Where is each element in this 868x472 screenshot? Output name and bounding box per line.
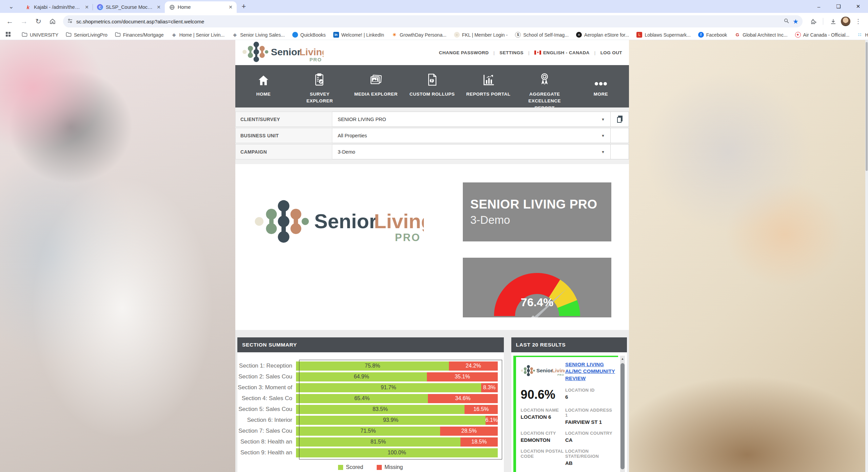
bookmark-item[interactable]: GGlobal Architect Inc... <box>732 31 790 38</box>
download-icon[interactable] <box>827 15 840 28</box>
nav-item-label: CUSTOM ROLLUPS <box>410 91 455 98</box>
bookmark-item[interactable]: LLoblaws Supermark... <box>634 31 693 38</box>
legend-item-scored: Scored <box>338 464 363 470</box>
bookmark-item[interactable]: ✦Air Canada - Official... <box>792 31 852 38</box>
nav-item-more[interactable]: MORE <box>573 65 629 107</box>
nav-item-survey-explorer[interactable]: SURVEY EXPLORER <box>292 65 348 107</box>
field-location-id: LOCATION ID 6 <box>565 388 615 402</box>
tab-close-icon[interactable]: ✕ <box>227 4 234 11</box>
bookmark-item[interactable]: ◈Senior Living Sales... <box>229 31 288 38</box>
bookmark-item[interactable]: fFacebook <box>695 31 730 38</box>
filter-dropdown[interactable]: All Properties▼ <box>332 128 611 143</box>
bar-track: 71.5%28.5% <box>296 427 498 436</box>
header-link-settings[interactable]: SETTINGS <box>499 50 524 55</box>
bookmark-item[interactable]: ≡Aeroplan eStore for... <box>573 31 632 38</box>
menu-kebab-icon[interactable]: ⋮ <box>852 15 865 28</box>
bookmark-favicon-icon: ☀ <box>392 32 397 38</box>
claude-favicon-icon: C <box>97 4 103 10</box>
header-link-log-out[interactable]: LOG OUT <box>600 50 622 55</box>
address-bar[interactable]: sc.shopmetrics.com/document.asp?alias=cl… <box>63 15 803 27</box>
page-viewport: SeniorLivingPRO CHANGE PASSWORD|SETTINGS… <box>0 40 868 472</box>
bookmark-item[interactable]: UNIVERSITY <box>19 31 61 39</box>
minimize-button[interactable]: – <box>809 0 829 13</box>
chart-bar-row: Section 1: Reception75.8%24.2% <box>237 360 504 371</box>
copy-icon[interactable] <box>611 112 629 127</box>
bookmark-favicon-icon: ◈ <box>232 32 238 38</box>
result-card[interactable]: SeniorLivingPRO SENIOR LIVING AL/MC COMM… <box>513 356 618 472</box>
nav-item-media-explorer[interactable]: MEDIA EXPLORER <box>348 65 404 107</box>
nav-item-reports-portal[interactable]: REPORTS PORTAL <box>460 65 516 107</box>
hero-subtitle: 3-Demo <box>470 214 611 227</box>
nav-item-aggregate-excellence-report[interactable]: AGGREGATE EXCELLENCE REPORT <box>516 65 573 107</box>
nav-item-custom-rollups[interactable]: CUSTOM ROLLUPS <box>404 65 460 107</box>
tab-close-icon[interactable]: ✕ <box>83 4 90 11</box>
filter-dropdown[interactable]: 3-Demo▼ <box>332 144 611 159</box>
bookmark-item[interactable]: ∷Humbertown Ortho... <box>854 31 868 38</box>
close-button[interactable]: ✕ <box>848 0 868 13</box>
tab-search-chevron-icon[interactable]: ⌄ <box>6 1 16 12</box>
scroll-up-icon[interactable]: ▲ <box>620 356 625 360</box>
bar-category-label: Section 1: Reception <box>237 362 296 369</box>
tab-close-icon[interactable]: ✕ <box>155 4 162 11</box>
score-gauge: 76.4% <box>463 258 611 317</box>
results-scrollbar[interactable]: ▲ <box>620 356 625 472</box>
filter-dropdown[interactable]: SENIOR LIVING PRO▼ <box>332 112 611 127</box>
back-icon[interactable]: ← <box>3 15 16 28</box>
browser-scrollbar[interactable] <box>865 40 868 472</box>
chevron-down-icon: ▼ <box>601 134 605 138</box>
bar-track: 81.5%18.5% <box>296 437 498 447</box>
svg-text:Living: Living <box>374 210 424 233</box>
scrollbar-thumb[interactable] <box>620 363 625 469</box>
bookmark-star-icon[interactable]: ★ <box>793 18 798 25</box>
chart-bar-row: Section 3: Moment of91.7%8.3% <box>237 382 504 393</box>
missing-bar-segment: 24.2% <box>449 361 498 371</box>
scored-bar-segment: 65.4% <box>296 394 428 403</box>
site-logo-large: SeniorLivingPRO <box>254 198 424 246</box>
home-icon <box>257 73 270 86</box>
bar-category-label: Section 7: Sales Cou <box>237 428 296 434</box>
folder-icon <box>66 32 72 38</box>
field-location-name: LOCATION NAME LOCATION 6 <box>521 408 565 425</box>
extensions-puzzle-icon[interactable] <box>807 15 820 28</box>
restore-button[interactable]: ❏ <box>829 0 848 13</box>
reload-icon[interactable]: ↻ <box>32 15 45 28</box>
missing-bar-segment: 35.1% <box>427 372 498 381</box>
new-tab-button[interactable]: + <box>239 1 249 12</box>
filter-side-cell <box>611 144 629 159</box>
browser-scrollbar-thumb[interactable] <box>866 42 868 171</box>
field-state-region: LOCATION STATE/REGION AB <box>565 449 615 466</box>
apps-grid-icon[interactable] <box>4 32 12 38</box>
filter-value: 3-Demo <box>338 149 355 155</box>
bookmark-item[interactable]: SeniorLivingPro <box>63 31 110 39</box>
bookmark-item[interactable]: inWelcome! | LinkedIn <box>331 31 387 38</box>
section-summary-panel: SECTION SUMMARY Section 1: Reception75.8… <box>237 337 504 472</box>
bookmark-item[interactable]: QuickBooks <box>290 31 329 38</box>
tune-icon[interactable] <box>67 18 73 25</box>
header-link-english-canada[interactable]: ENGLISH - CANADA <box>534 50 590 55</box>
header-link-change-password[interactable]: CHANGE PASSWORD <box>439 50 489 55</box>
forward-icon[interactable]: → <box>18 15 31 28</box>
home-icon[interactable] <box>46 15 59 28</box>
field-location-country: LOCATION COUNTRY CA <box>565 431 615 443</box>
bookmark-label: GrowthDay Persona... <box>400 32 447 38</box>
bookmark-item[interactable]: SSchool of Self-Imag... <box>512 31 571 38</box>
scored-bar-segment: 100.0% <box>296 448 498 457</box>
filter-row-business-unit: BUSINESS UNITAll Properties▼ <box>235 128 629 143</box>
nav-item-home[interactable]: HOME <box>235 65 292 107</box>
legend-label: Missing <box>384 464 403 470</box>
bookmark-item[interactable]: ○FKL | Member Login - <box>451 31 511 38</box>
bookmark-item[interactable]: ◈Home | Senior Livin... <box>169 31 228 38</box>
profile-avatar[interactable] <box>841 17 850 26</box>
bookmark-item[interactable]: ☀GrowthDay Persona... <box>389 31 449 38</box>
browser-tab[interactable]: Home✕ <box>165 1 237 13</box>
missing-bar-segment: 18.5% <box>460 437 498 447</box>
zoom-magnifier-icon[interactable] <box>784 18 789 25</box>
browser-tab[interactable]: kKajabi - /admin/themes/21603...✕ <box>21 1 93 13</box>
survey-icon <box>314 73 325 86</box>
bookmark-item[interactable]: Finances/Mortgage <box>112 31 166 39</box>
result-card-link[interactable]: SENIOR LIVING AL/MC COMMUNITY REVIEW <box>565 361 615 382</box>
filters-panel: CLIENT/SURVEYSENIOR LIVING PRO▼BUSINESS … <box>235 107 629 164</box>
url-text[interactable]: sc.shopmetrics.com/document.asp?alias=cl… <box>76 19 780 24</box>
more-icon <box>594 73 608 86</box>
browser-tab[interactable]: CSLSP_Course Mockups - 1000✕ <box>93 1 165 13</box>
